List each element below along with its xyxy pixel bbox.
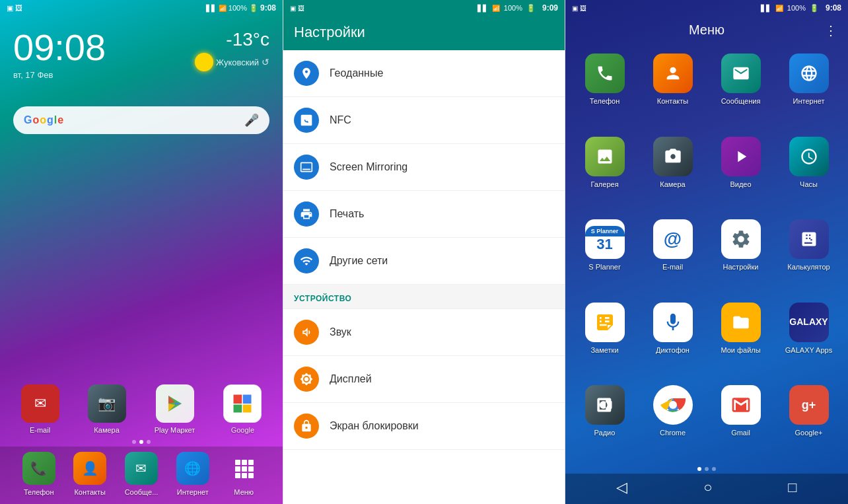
app-calculator-icon (789, 219, 829, 259)
nav-messages[interactable]: ✉ Сообще... (125, 452, 159, 496)
nav-messages-label: Сообще... (125, 488, 159, 496)
nav-internet[interactable]: 🌐 Интернет (176, 452, 209, 496)
dock-app-google[interactable]: Google (223, 384, 262, 434)
app-item-clock[interactable]: Часы (777, 133, 840, 211)
settings-item-screen-mirroring[interactable]: Screen Mirroring (283, 144, 565, 191)
gallery-icon (596, 147, 614, 166)
app-camera-label: Камера (660, 180, 685, 189)
contacts-icon: 👤 (82, 460, 98, 476)
app-contacts-icon (653, 54, 693, 93)
settings-header: Настройки (283, 16, 565, 50)
screen-mirroring-icon (300, 161, 313, 174)
drawer-menu-button[interactable]: ⋮ (824, 22, 837, 38)
nav-messages-icon-box: ✉ (125, 452, 158, 485)
app-gallery-label: Галерея (590, 180, 618, 189)
app-item-splanner[interactable]: S Planner 31 S Planner (573, 215, 636, 293)
geodata-label: Геоданные (330, 67, 383, 79)
camera-icon: 📷 (98, 395, 116, 412)
google-label: Google (231, 426, 254, 434)
sound-icon-circle (294, 320, 319, 345)
contacts-icon (664, 64, 682, 83)
settings-item-sound[interactable]: Звук (283, 309, 565, 356)
app-item-chrome[interactable]: Chrome (641, 381, 704, 459)
nav-phone[interactable]: 📞 Телефон (22, 452, 55, 496)
print-icon-circle (294, 201, 319, 227)
settings-item-print[interactable]: Печать (283, 191, 565, 238)
app-item-google-plus[interactable]: g+ Google+ (777, 381, 840, 459)
search-bar[interactable]: Google 🎤 (13, 106, 269, 134)
settings-item-display[interactable]: Дисплей (283, 356, 565, 403)
app-item-dictaphone[interactable]: Диктофон (641, 299, 704, 377)
dot-2 (139, 440, 143, 444)
app-radio-label: Радио (594, 429, 616, 437)
app-galaxy-apps-label: GALAXY Apps (785, 346, 832, 355)
app-item-camera[interactable]: Камера (641, 133, 704, 211)
app-chrome-label: Chrome (660, 429, 686, 437)
drawer-title: Меню (689, 22, 724, 38)
svg-rect-6 (248, 460, 254, 465)
dock-app-camera[interactable]: 📷 Камера (88, 384, 126, 434)
dock-app-email[interactable]: ✉ E-mail (21, 384, 59, 434)
svg-rect-3 (243, 395, 252, 404)
status-bar-left: ▣ 🖼 (7, 4, 22, 13)
nav-contacts[interactable]: 👤 Контакты (73, 452, 106, 496)
settings-item-other-networks[interactable]: Другие сети (283, 238, 565, 285)
display-icon-circle (294, 367, 319, 392)
app-settings-icon (721, 219, 761, 259)
settings-item-geodata[interactable]: Геоданные (283, 50, 565, 97)
app-item-contacts[interactable]: Контакты (641, 50, 704, 127)
app-item-email[interactable]: @ E-mail (641, 215, 704, 293)
app-item-settings[interactable]: Настройки (709, 215, 772, 293)
settings-battery-icon: 🔋 (526, 4, 536, 13)
app-item-internet[interactable]: Интернет (777, 50, 840, 127)
app-item-messages[interactable]: Сообщения (709, 50, 772, 127)
print-label: Печать (330, 208, 364, 220)
mic-icon[interactable]: 🎤 (244, 113, 259, 127)
drawer-dot-1 (697, 467, 701, 471)
battery-icon: 🔋 (249, 4, 258, 13)
app-item-gmail[interactable]: Gmail (709, 381, 772, 459)
google-logo: Google (24, 114, 63, 126)
dot-1 (132, 440, 136, 444)
app-notes-icon (585, 303, 625, 342)
email-at-icon: @ (664, 229, 682, 250)
app-google-plus-icon: g+ (789, 385, 829, 425)
nfc-icon-circle (294, 108, 319, 133)
device-section-header: УСТРОЙСТВО (283, 285, 565, 309)
app-item-radio[interactable]: Радио (573, 381, 636, 459)
nav-phone-icon-box: 📞 (22, 452, 55, 485)
dock-app-play[interactable]: Play Маркет (155, 384, 195, 434)
drawer-back-button[interactable]: ◁ (616, 479, 627, 496)
settings-item-lock-screen[interactable]: Экран блокировки (283, 403, 565, 450)
settings-item-nfc[interactable]: NFC (283, 97, 565, 144)
app-item-gallery[interactable]: Галерея (573, 133, 636, 211)
app-item-phone[interactable]: Телефон (573, 50, 636, 127)
app-item-myfiles[interactable]: Мои файлы (709, 299, 772, 377)
app-item-notes[interactable]: Заметки (573, 299, 636, 377)
settings-status-icons: ▣ 🖼 (290, 5, 304, 12)
display-label: Дисплей (330, 373, 372, 385)
app-item-galaxy-apps[interactable]: GALAXY GALAXY Apps (777, 299, 840, 377)
nav-menu[interactable]: Меню (227, 452, 260, 496)
drawer-status-bar: ▣ 🖼 ▋▋ 📶 100% 🔋 9:08 (565, 0, 848, 16)
app-internet-icon (789, 54, 829, 93)
google-icon-box (223, 384, 262, 423)
panel-settings: ▣ 🖼 ▋▋ 📶 100% 🔋 9:09 Настройки Геоданные (283, 0, 565, 504)
camera-icon-box: 📷 (88, 384, 126, 423)
clock-date: вт, 17 Фев (13, 70, 106, 80)
app-notes-label: Заметки (590, 346, 618, 355)
screen-mirroring-icon-circle (294, 155, 319, 180)
google-maps-icon (232, 394, 252, 414)
panel-drawer: ▣ 🖼 ▋▋ 📶 100% 🔋 9:08 Меню ⋮ Телефон Конт… (565, 0, 848, 504)
svg-rect-9 (248, 466, 254, 472)
drawer-home-button[interactable]: ○ (703, 479, 712, 496)
app-item-calculator[interactable]: Калькулятор (777, 215, 840, 293)
drawer-recent-button[interactable]: □ (788, 479, 796, 496)
nav-phone-label: Телефон (24, 488, 54, 496)
app-myfiles-label: Мои файлы (721, 346, 760, 355)
app-video-label: Видео (730, 180, 751, 189)
app-item-video[interactable]: Видео (709, 133, 772, 211)
phone-icon: 📞 (30, 460, 47, 476)
refresh-icon[interactable]: ↺ (262, 57, 269, 67)
clock-time: 09:08 (13, 29, 106, 66)
